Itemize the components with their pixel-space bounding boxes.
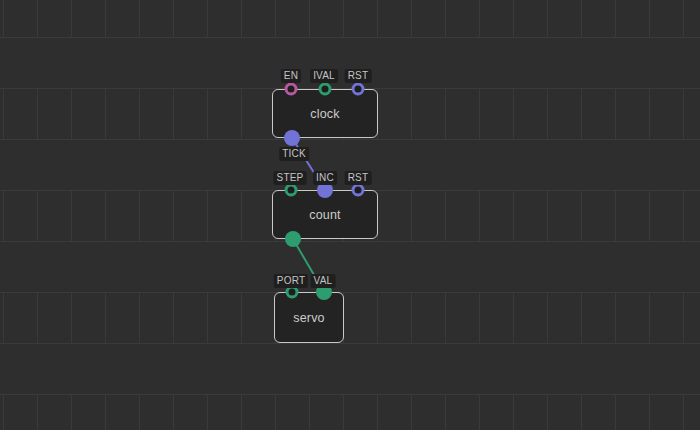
pin-label-count-step: STEP <box>274 171 307 185</box>
node-servo[interactable]: servo <box>274 292 344 343</box>
pin-clock-tick[interactable] <box>284 130 300 146</box>
pin-clock-ival[interactable] <box>319 83 332 96</box>
node-title-servo: servo <box>293 311 325 325</box>
pin-label-count-rst: RST <box>345 171 372 185</box>
pin-label-clock-ival: IVAL <box>310 69 338 83</box>
node-title-count: count <box>309 208 341 222</box>
pin-label-count-inc: INC <box>313 171 337 185</box>
pin-label-clock-en: EN <box>281 69 301 83</box>
patch-canvas[interactable]: clockcountservoENIVALRSTTICKSTEPINCRSTPO… <box>0 0 700 430</box>
pin-label-clock-tick: TICK <box>279 147 309 161</box>
pin-label-clock-rst: RST <box>345 69 372 83</box>
pin-count-rst[interactable] <box>352 184 365 197</box>
pin-count-step[interactable] <box>285 184 298 197</box>
pin-clock-en[interactable] <box>285 83 298 96</box>
pin-count-out[interactable] <box>285 231 301 247</box>
pin-label-servo-val: VAL <box>311 274 336 288</box>
node-title-clock: clock <box>310 107 339 121</box>
pin-clock-rst[interactable] <box>352 83 365 96</box>
pin-label-servo-port: PORT <box>274 274 308 288</box>
